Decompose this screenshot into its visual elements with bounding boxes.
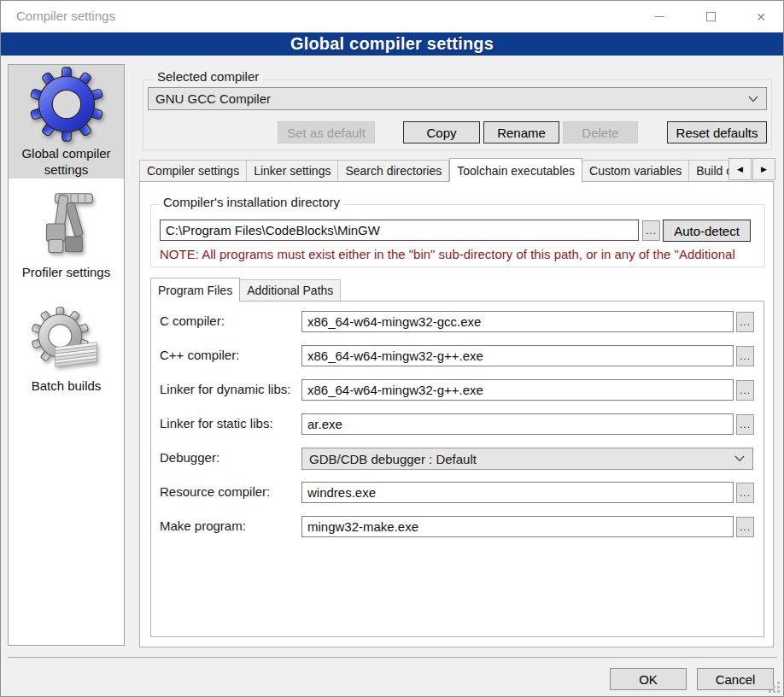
dynamic-linker-label: Linker for dynamic libs: [160, 382, 290, 396]
cancel-button[interactable]: Cancel [697, 668, 774, 690]
cpp-compiler-browse-button[interactable]: ... [736, 346, 754, 366]
reset-defaults-button[interactable]: Reset defaults [667, 121, 767, 144]
make-program-input[interactable] [301, 516, 734, 537]
note-text: NOTE: All programs must exist either in … [160, 247, 764, 261]
tab-scroll-left-button[interactable]: ◀ [728, 158, 752, 180]
resize-grip[interactable] [769, 682, 781, 694]
cpp-compiler-input[interactable] [301, 345, 734, 366]
c-compiler-input[interactable] [301, 311, 734, 332]
ok-button[interactable]: OK [610, 668, 687, 690]
cpp-compiler-label: C++ compiler: [160, 348, 239, 362]
c-compiler-label: C compiler: [160, 313, 225, 328]
dynamic-linker-browse-button[interactable]: ... [736, 380, 754, 401]
selected-compiler-value: GNU GCC Compiler [155, 91, 271, 106]
debugger-dropdown[interactable]: GDB/CDB debugger : Default [301, 448, 753, 470]
arrow-left-icon: ◀ [737, 165, 743, 173]
tab-search-directories[interactable]: Search directories [338, 160, 449, 182]
sidebar-item-label: Batch builds [32, 378, 102, 394]
selected-compiler-dropdown[interactable]: GNU GCC Compiler [148, 87, 767, 110]
minimize-button[interactable] [640, 1, 679, 32]
static-linker-label: Linker for static libs: [160, 416, 273, 430]
resource-compiler-label: Resource compiler: [160, 484, 270, 499]
close-button[interactable]: ✕ [741, 1, 781, 32]
installation-directory-browse-button[interactable]: ... [642, 220, 660, 241]
tab-build-options[interactable]: Build o [689, 160, 728, 182]
set-as-default-button[interactable]: Set as default [278, 121, 375, 144]
tab-linker-settings[interactable]: Linker settings [247, 160, 338, 182]
sidebar-item-label: Profiler settings [22, 264, 110, 280]
compiler-settings-window: Compiler settings ✕ Global compiler sett… [0, 0, 784, 697]
debugger-label: Debugger: [160, 450, 219, 465]
close-icon: ✕ [756, 11, 766, 23]
tab-toolchain-executables[interactable]: Toolchain executables [449, 158, 582, 182]
sub-tabstrip: Program Files Additional Paths [150, 278, 492, 302]
copy-button[interactable]: Copy [403, 121, 480, 144]
sidebar-item-label: Global compiler settings [21, 145, 110, 178]
arrow-right-icon: ▶ [761, 165, 767, 173]
make-program-browse-button[interactable]: ... [736, 517, 754, 537]
rename-button[interactable]: Rename [483, 121, 559, 144]
installation-directory-input[interactable] [160, 220, 639, 241]
titlebar: Compiler settings ✕ [1, 1, 783, 32]
auto-detect-button[interactable]: Auto-detect [663, 220, 751, 242]
c-compiler-browse-button[interactable]: ... [736, 312, 754, 332]
page-title: Global compiler settings [1, 32, 783, 56]
maximize-button[interactable] [691, 1, 730, 32]
debugger-value: GDB/CDB debugger : Default [309, 452, 477, 466]
delete-button[interactable]: Delete [563, 121, 638, 144]
settings-category-sidebar: Global compiler settings [8, 64, 125, 646]
resource-compiler-browse-button[interactable]: ... [736, 483, 754, 503]
gear-icon [29, 67, 104, 145]
resource-compiler-input[interactable] [301, 482, 734, 503]
installation-directory-group-label: Compiler's installation directory [159, 195, 344, 209]
window-title: Compiler settings [16, 9, 115, 23]
main-tabstrip: Compiler settings Linker settings Search… [139, 157, 728, 182]
sidebar-item-batch-builds[interactable]: Batch builds [9, 306, 124, 394]
subtab-program-files[interactable]: Program Files [150, 278, 240, 302]
chevron-down-icon [748, 96, 758, 102]
chevron-down-icon [734, 455, 745, 462]
minimize-icon [655, 16, 664, 17]
sidebar-item-global-compiler-settings[interactable]: Global compiler settings [9, 65, 124, 179]
static-linker-browse-button[interactable]: ... [736, 414, 754, 435]
dynamic-linker-input[interactable] [301, 379, 734, 401]
subtab-additional-paths[interactable]: Additional Paths [240, 279, 341, 302]
maximize-icon [706, 12, 716, 21]
sidebar-item-profiler-settings[interactable]: Profiler settings [9, 179, 124, 280]
make-program-label: Make program: [160, 518, 246, 533]
tab-custom-variables[interactable]: Custom variables [582, 160, 689, 182]
selected-compiler-group-label: Selected compiler [153, 69, 263, 84]
tab-scroll-right-button[interactable]: ▶ [752, 158, 775, 180]
static-linker-input[interactable] [301, 413, 734, 435]
batch-builds-icon [31, 306, 102, 378]
tab-compiler-settings[interactable]: Compiler settings [139, 160, 247, 182]
profiler-icon [31, 187, 102, 264]
footer-separator [8, 657, 777, 658]
